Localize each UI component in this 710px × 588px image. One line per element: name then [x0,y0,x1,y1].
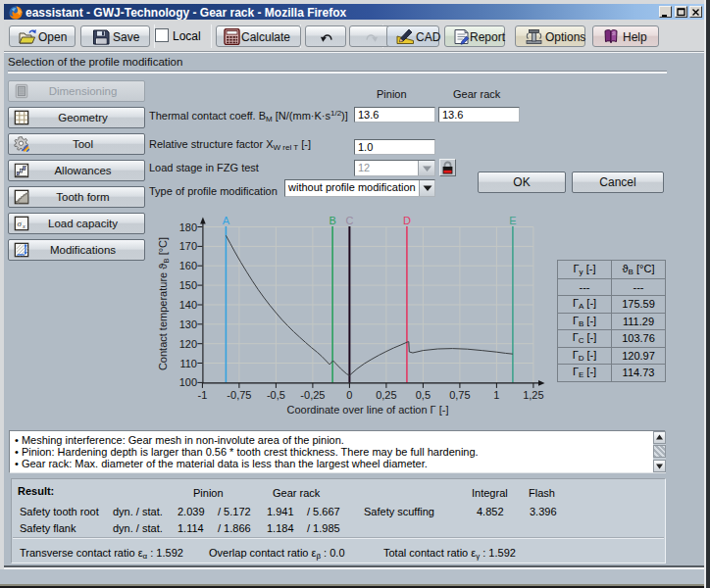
svg-text:110: 110 [179,358,197,369]
svg-text:B: B [329,215,335,226]
svg-text:σ: σ [18,219,23,228]
svg-text:130: 130 [179,318,197,330]
svg-text:-1: -1 [198,389,208,401]
svg-text:140: 140 [179,299,197,311]
svg-text:Coordinate over line of action: Coordinate over line of action Γ [-] [286,404,448,416]
svg-text:E: E [509,215,516,226]
svg-text:-0,75: -0,75 [227,389,251,401]
svg-text:0,5: 0,5 [416,389,431,401]
svg-text:-0,25: -0,25 [300,389,325,401]
svg-text:1: 1 [493,389,499,401]
svg-text:150: 150 [179,279,197,291]
svg-text:180: 180 [179,221,197,233]
svg-text:-0,5: -0,5 [267,389,285,401]
svg-text:Contact temperature ϑB [°C]: Contact temperature ϑB [°C] [157,237,171,370]
svg-text:120: 120 [179,338,197,350]
svg-text:160: 160 [179,260,197,271]
svg-text:0,75: 0,75 [449,389,470,401]
svg-text:100: 100 [179,376,197,388]
svg-text:0: 0 [346,389,352,401]
svg-text:0,25: 0,25 [376,389,396,401]
svg-text:1,25: 1,25 [523,389,543,401]
svg-text:C: C [345,215,353,226]
svg-text:D: D [403,215,411,226]
svg-text:x: x [22,222,25,229]
svg-text:A: A [223,215,230,226]
svg-text:170: 170 [179,240,197,252]
